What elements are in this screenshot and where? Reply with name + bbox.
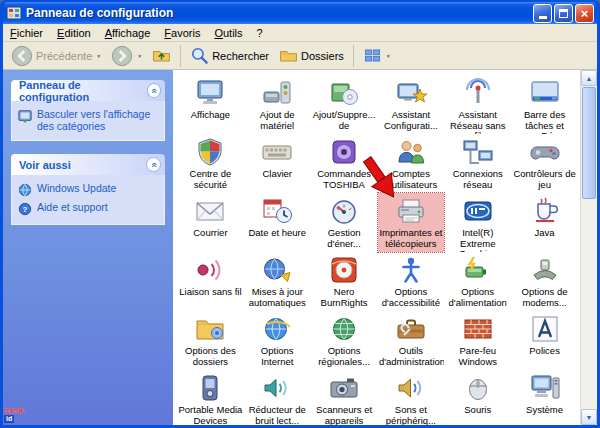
control-panel-item[interactable]: Options des dossiers <box>177 311 244 370</box>
folders-button[interactable]: Dossiers <box>275 44 348 67</box>
panel-title: Panneau de configuration <box>19 79 147 103</box>
item-label: Gestion d'éner... <box>312 228 376 249</box>
back-dropdown-icon[interactable]: ▼ <box>96 53 101 59</box>
menu-favoris[interactable]: Favoris <box>157 26 207 40</box>
back-button[interactable]: Précédente ▼ <box>7 43 105 69</box>
control-panel-item[interactable]: Assistant Configurati... <box>378 75 445 134</box>
item-label: Intel(R) Extreme Graphics <box>446 228 510 252</box>
menu-edition[interactable]: Edition <box>50 26 98 40</box>
access-icon <box>395 254 427 286</box>
control-panel-item[interactable]: Mises à jour automatiques <box>244 252 311 311</box>
item-label: Options Internet <box>245 346 309 367</box>
minimize-button[interactable] <box>533 4 552 23</box>
control-panel-item[interactable]: Liaison sans fil <box>177 252 244 311</box>
control-panel-item[interactable]: Centre de sécurité <box>177 134 244 193</box>
scroll-down-button[interactable]: ▼ <box>581 409 597 425</box>
control-panel-item[interactable]: Scanneurs et appareils photo <box>311 370 378 425</box>
back-label: Précédente <box>36 50 92 62</box>
views-button[interactable]: ▼ <box>359 44 395 67</box>
sidebar-link[interactable]: ?Aide et support <box>16 199 160 218</box>
sidebar-link[interactable]: Windows Update <box>16 180 160 199</box>
collapse-chevron-icon[interactable]: « <box>146 157 161 172</box>
control-panel-item[interactable]: Souris <box>444 370 511 425</box>
item-label: Connexions réseau <box>446 169 510 190</box>
item-label: Outils d'administration <box>379 346 443 367</box>
control-panel-item[interactable]: Ajout de matériel <box>244 75 311 134</box>
views-dropdown-icon[interactable]: ▼ <box>386 53 391 59</box>
control-panel-item[interactable]: Options régionales... <box>311 311 378 370</box>
phone-icon <box>529 254 561 286</box>
control-panel-item[interactable]: Connexions réseau <box>444 134 511 193</box>
java-icon <box>529 195 561 227</box>
control-panel-item[interactable]: Contrôleurs de jeu <box>511 134 578 193</box>
search-button[interactable]: Rechercher <box>186 44 273 67</box>
sidebar-link[interactable]: Basculer vers l'affichage des catégories <box>16 106 160 134</box>
control-panel-item[interactable]: Système <box>511 370 578 425</box>
menu-fichier[interactable]: Fichier <box>3 26 50 40</box>
maximize-icon <box>559 9 568 18</box>
control-panel-item[interactable]: Nero BurnRights <box>311 252 378 311</box>
red-arrow-annotation <box>361 154 401 204</box>
folders-label: Dossiers <box>301 50 344 62</box>
control-panel-window: Panneau de configuration × FichierEditio… <box>0 0 600 428</box>
control-panel-item[interactable]: Outils d'administration <box>378 311 445 370</box>
scrollbar-thumb[interactable] <box>582 87 596 199</box>
scrollbar-track[interactable] <box>581 86 597 409</box>
item-label: Options de modems... <box>513 287 577 308</box>
forward-dropdown-icon[interactable]: ▼ <box>137 53 142 59</box>
regglobe-icon <box>328 313 360 345</box>
control-panel-item[interactable]: Ajout/Suppre... de programmes <box>311 75 378 134</box>
control-panel-item[interactable]: Polices <box>511 311 578 370</box>
menu-help[interactable]: ? <box>250 26 270 40</box>
minimize-icon <box>539 16 547 19</box>
item-label: Contrôleurs de jeu <box>513 169 577 190</box>
up-button[interactable] <box>148 44 175 67</box>
panel-control-panel: Panneau de configuration « Basculer vers… <box>11 80 165 141</box>
control-panel-item[interactable]: Sons et périphériq... <box>378 370 445 425</box>
control-panel-item[interactable]: Options de modems... <box>511 252 578 311</box>
toolbar: Précédente ▼ ▼ Rechercher Dossiers ▼ <box>3 42 597 70</box>
control-panel-item[interactable]: Barre des tâches et menu Déma... <box>511 75 578 134</box>
control-panel-item[interactable]: Assistant Réseau sans fil <box>444 75 511 134</box>
window-title: Panneau de configuration <box>26 6 529 20</box>
back-icon <box>11 45 33 67</box>
svg-text:?: ? <box>23 205 28 214</box>
item-label: Polices <box>529 346 560 357</box>
control-panel-item[interactable]: Java <box>511 193 578 252</box>
forward-button[interactable]: ▼ <box>107 43 146 69</box>
panel-header-control-panel[interactable]: Panneau de configuration « <box>11 80 165 101</box>
menu-outils[interactable]: Outils <box>207 26 249 40</box>
control-panel-item[interactable]: Clavier <box>244 134 311 193</box>
item-label: Courrier <box>193 228 227 239</box>
collapse-chevron-icon[interactable]: « <box>147 83 161 98</box>
watermark-line2: id <box>4 415 14 423</box>
item-label: Options d'alimentation <box>446 287 510 308</box>
sidebar-link-label: Aide et support <box>37 201 108 213</box>
item-label: Imprimantes et télécopieurs <box>379 228 443 249</box>
titlebar[interactable]: Panneau de configuration × <box>3 2 597 24</box>
item-label: Centre de sécurité <box>178 169 242 190</box>
menu-affichage[interactable]: Affichage <box>98 26 158 40</box>
control-panel-item[interactable]: Courrier <box>177 193 244 252</box>
webglobe-icon <box>18 183 32 197</box>
control-panel-item[interactable]: Options Internet <box>244 311 311 370</box>
watermark: teknik id <box>4 407 24 423</box>
close-button[interactable]: × <box>575 4 594 23</box>
power-icon <box>462 254 494 286</box>
control-panel-item[interactable]: Date et heure <box>244 193 311 252</box>
control-panel-item[interactable]: Intel(R) Extreme Graphics <box>444 193 511 252</box>
panel-header-see-also[interactable]: Voir aussi « <box>11 154 165 175</box>
sidebar-link-label: Basculer vers l'affichage des catégories <box>37 108 158 132</box>
scroll-up-button[interactable]: ▲ <box>581 70 597 86</box>
control-panel-item[interactable]: Pare-feu Windows <box>444 311 511 370</box>
icon-grid: AffichageAjout de matérielAjout/Suppre..… <box>173 70 580 425</box>
panel-title: Voir aussi <box>19 159 71 171</box>
sidebar: Panneau de configuration « Basculer vers… <box>3 70 173 425</box>
control-panel-item[interactable]: Options d'accessibilité <box>378 252 445 311</box>
control-panel-item[interactable]: Affichage <box>177 75 244 134</box>
control-panel-item[interactable]: Réducteur de bruit lect... <box>244 370 311 425</box>
folderopt-icon <box>194 313 226 345</box>
control-panel-item[interactable]: Options d'alimentation <box>444 252 511 311</box>
control-panel-item[interactable]: Portable Media Devices <box>177 370 244 425</box>
maximize-button[interactable] <box>554 4 573 23</box>
